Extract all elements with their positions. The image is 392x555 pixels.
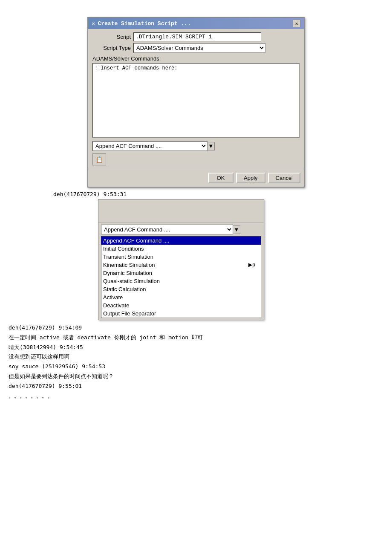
x-icon: ✕ bbox=[92, 20, 95, 27]
create-simulation-dialog: ✕ Create Simulation Script ... ✕ Script … bbox=[87, 17, 305, 188]
script-row: Script bbox=[92, 32, 300, 41]
acf-command-select[interactable]: Append ACF Command .... bbox=[92, 141, 208, 151]
commands-content: ! Insert ACF commands here: bbox=[95, 65, 297, 71]
dialog-footer: OK Apply Cancel bbox=[88, 169, 304, 187]
commands-section-label: ADAMS/Solver Commands: bbox=[92, 55, 300, 62]
script-type-label: Script Type bbox=[92, 45, 131, 51]
icon-area: 📋 bbox=[92, 153, 300, 165]
chat-line: 晴天(308142994) 9:54:45 bbox=[9, 343, 383, 352]
acf-dropdown-arrow[interactable]: ▼ bbox=[207, 142, 215, 150]
script-type-row: Script Type ADAMS/Solver Commands bbox=[92, 43, 300, 53]
cancel-button[interactable]: Cancel bbox=[268, 173, 300, 183]
chat-line: 。。。。。。。。 bbox=[9, 392, 383, 401]
popup-list-item[interactable]: Static Calculation bbox=[101, 285, 261, 293]
popup-list-wrapper: Append ACF Command ....Initial Condition… bbox=[98, 236, 264, 318]
script-type-select[interactable]: ADAMS/Solver Commands bbox=[133, 43, 265, 53]
right-indicator: ▶p bbox=[248, 262, 255, 268]
popup-acf-arrow[interactable]: ▼ bbox=[233, 225, 240, 234]
popup-list-item[interactable]: Transient Simulation bbox=[101, 253, 261, 261]
chat-line: soy sauce (251929546) 9:54:53 bbox=[9, 362, 383, 371]
chat-line: deh(417670729) 9:54:09 bbox=[9, 324, 383, 332]
dropdown-popup-container: Append ACF Command .... ▼ Append ACF Com… bbox=[53, 199, 219, 320]
popup-list-item[interactable]: Activate bbox=[101, 293, 261, 301]
close-button[interactable]: ✕ bbox=[293, 20, 300, 27]
popup-list-item[interactable]: Quasi-static Simulation bbox=[101, 277, 261, 285]
chat-line: 但是如果是要到达条件的时间点不知道呢？ bbox=[9, 372, 383, 381]
popup-acf-select[interactable]: Append ACF Command .... bbox=[101, 225, 233, 234]
apply-button[interactable]: Apply bbox=[236, 173, 265, 183]
popup-list-item[interactable]: Initial Conditions bbox=[101, 245, 261, 253]
popup-list-item[interactable]: Dynamic Simulation bbox=[101, 269, 261, 277]
popup-top-area bbox=[98, 199, 264, 223]
dialog-body: Script Script Type ADAMS/Solver Commands… bbox=[88, 29, 304, 169]
script-input[interactable] bbox=[133, 32, 261, 41]
popup-list[interactable]: Append ACF Command ....Initial Condition… bbox=[101, 236, 261, 318]
popup-list-item[interactable]: Kinematic Simulation bbox=[101, 261, 261, 269]
edit-icon-button[interactable]: 📋 bbox=[92, 153, 106, 165]
chat-line: 在一定时间 active 或者 deactivate 你刚才的 joint 和 … bbox=[9, 333, 383, 342]
chat-area: deh(417670729) 9:54:09在一定时间 active 或者 de… bbox=[9, 324, 383, 400]
acf-dropdown-row: Append ACF Command .... ▼ bbox=[92, 141, 300, 151]
title-left: ✕ Create Simulation Script ... bbox=[92, 20, 191, 27]
popup-acf-row: Append ACF Command .... ▼ bbox=[98, 223, 264, 236]
dialog-title: Create Simulation Script ... bbox=[98, 20, 190, 27]
dialog-titlebar: ✕ Create Simulation Script ... ✕ bbox=[88, 18, 304, 29]
popup-list-item[interactable]: Append ACF Command .... bbox=[101, 237, 261, 245]
popup-list-item[interactable]: Deactivate bbox=[101, 301, 261, 309]
popup-list-item[interactable]: Output File Separator bbox=[101, 309, 261, 318]
commands-textarea[interactable]: ! Insert ACF commands here: bbox=[92, 63, 300, 138]
chat-line: deh(417670729) 9:55:01 bbox=[9, 382, 383, 391]
status-line-1: deh(417670729) 9:53:31 bbox=[53, 191, 383, 197]
dropdown-popup: Append ACF Command .... ▼ Append ACF Com… bbox=[98, 199, 264, 320]
chat-line: 没有想到还可以这样用啊 bbox=[9, 353, 383, 361]
script-label: Script bbox=[92, 34, 131, 40]
ok-button[interactable]: OK bbox=[208, 173, 233, 183]
